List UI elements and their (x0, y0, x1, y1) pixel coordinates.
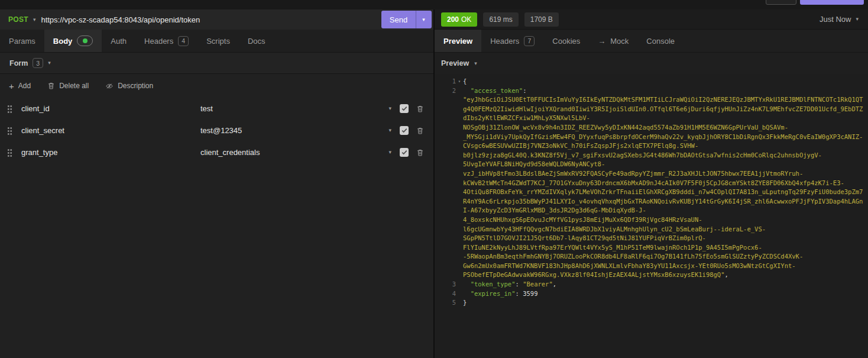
tab-label: Scripts (206, 37, 230, 46)
tab-label: Preview (443, 37, 472, 46)
method-selector[interactable]: POST (8, 15, 28, 24)
body-type-label[interactable]: Form (9, 59, 28, 67)
body-type-count-badge: 3 (33, 58, 43, 68)
row-enabled-checkbox[interactable] (400, 148, 409, 157)
form-row: client_idtest▾ (0, 98, 433, 120)
tab-label: Docs (248, 37, 265, 46)
tab-body[interactable]: Body (44, 30, 102, 52)
tab-console[interactable]: Console (637, 30, 684, 52)
code-line: 1▾{ (435, 77, 868, 86)
row-enabled-checkbox[interactable] (400, 104, 409, 113)
param-key-field[interactable]: grant_type (21, 148, 200, 157)
request-tabbar: ParamsBodyAuthHeaders4ScriptsDocs (0, 30, 433, 53)
tab-docs[interactable]: Docs (239, 30, 274, 52)
response-size-badge: 1709 B (524, 12, 559, 27)
url-bar: POST ▾ https://vpc-sz-scadap54:8043/api/… (0, 9, 433, 30)
trash-icon (47, 82, 55, 90)
row-delete-button[interactable] (416, 105, 424, 113)
response-editor[interactable]: 1▾{2 "access_token": "eyJhbGciOiJSU0EtT0… (435, 74, 868, 358)
description-toggle-button[interactable]: Description (105, 82, 153, 90)
code-line: 2 "access_token": "eyJhbGciOiJSU0EtT0FFU… (435, 86, 868, 280)
param-value-field[interactable]: test (200, 104, 388, 113)
main-area: POST ▾ https://vpc-sz-scadap54:8043/api/… (0, 9, 868, 358)
tab-count-badge: 7 (524, 36, 535, 46)
code-content: "token_type": "Bearer", (463, 280, 868, 289)
tab-label: Auth (111, 37, 127, 46)
tab-cookies[interactable]: Cookies (543, 30, 589, 52)
param-value-field[interactable]: client_credentials (200, 148, 388, 157)
drag-handle-icon[interactable] (7, 149, 12, 157)
row-enabled-checkbox[interactable] (400, 126, 409, 135)
line-number-gutter: 4 (435, 289, 463, 299)
line-number-gutter: 2 (435, 86, 463, 280)
form-rows: client_idtest▾client_secrettest@12345▾gr… (0, 98, 433, 358)
tab-label: Console (646, 37, 675, 46)
body-type-bar: Form 3 ▾ (0, 53, 433, 74)
request-panel: POST ▾ https://vpc-sz-scadap54:8043/api/… (0, 9, 435, 358)
tab-label: Headers (144, 37, 173, 46)
param-key-field[interactable]: client_secret (21, 126, 200, 135)
tab-scripts[interactable]: Scripts (197, 30, 239, 52)
code-content: { (463, 77, 868, 86)
tab-headers[interactable]: Headers4 (135, 30, 197, 52)
tab-label: Mock (610, 37, 629, 46)
tab-label: Params (9, 37, 35, 46)
drag-handle-icon[interactable] (7, 127, 12, 135)
param-value-field[interactable]: test@12345 (200, 126, 388, 135)
send-button[interactable]: Send ▾ (381, 11, 432, 28)
delete-all-label: Delete all (59, 82, 89, 90)
top-strip (0, 0, 868, 9)
response-time-badge: 619 ms (483, 12, 518, 27)
tab-headers[interactable]: Headers7 (481, 30, 543, 52)
top-primary-button[interactable] (800, 0, 864, 5)
add-row-button[interactable]: + Add (9, 82, 31, 91)
history-caret-icon: ▾ (856, 17, 859, 22)
value-type-caret-icon[interactable]: ▾ (388, 150, 391, 155)
method-caret-icon[interactable]: ▾ (33, 17, 36, 22)
view-mode-label[interactable]: Preview (441, 59, 469, 67)
status-badge: 200 OK (441, 12, 477, 27)
add-row-label: Add (18, 82, 31, 90)
line-number: 4 (452, 289, 456, 299)
delete-all-button[interactable]: Delete all (47, 82, 89, 90)
param-key-field[interactable]: client_id (21, 104, 200, 113)
value-type-caret-icon[interactable]: ▾ (388, 106, 391, 111)
value-type-caret-icon[interactable]: ▾ (388, 128, 391, 133)
form-row: client_secrettest@12345▾ (0, 120, 433, 141)
tab-params[interactable]: Params (0, 30, 44, 52)
status-code: 200 (447, 15, 459, 24)
line-number: 2 (452, 86, 456, 96)
line-number-gutter: 3 (435, 280, 463, 289)
row-delete-button[interactable] (416, 149, 424, 157)
fold-caret-icon[interactable]: ▾ (456, 77, 463, 86)
form-row: grant_typeclient_credentials▾ (0, 141, 433, 163)
row-delete-button[interactable] (416, 127, 424, 135)
body-active-indicator (77, 36, 93, 46)
url-input[interactable]: https://vpc-sz-scadap54:8043/api/openid/… (41, 15, 381, 24)
history-dropdown[interactable]: Just Now ▾ (820, 15, 859, 24)
tab-count-badge: 4 (178, 36, 189, 46)
green-dot-icon (83, 38, 88, 43)
history-label: Just Now (820, 15, 851, 24)
send-dropdown-button[interactable]: ▾ (416, 11, 432, 28)
api-client-window: POST ▾ https://vpc-sz-scadap54:8043/api/… (0, 0, 868, 358)
code-content: } (463, 298, 868, 308)
tab-auth[interactable]: Auth (102, 30, 135, 52)
view-mode-caret-icon[interactable]: ▾ (474, 61, 477, 66)
response-meta-bar: 200 OK 619 ms 1709 B Just Now ▾ (435, 9, 868, 30)
send-caret-icon: ▾ (422, 17, 425, 22)
tab-preview[interactable]: Preview (435, 30, 481, 52)
line-number-gutter: 1▾ (435, 77, 463, 86)
arrow-right-icon: → (598, 37, 605, 46)
body-type-caret-icon[interactable]: ▾ (48, 60, 51, 66)
line-number: 5 (452, 298, 456, 308)
code-line: 5} (435, 298, 868, 308)
tab-label: Cookies (552, 37, 580, 46)
send-button-label[interactable]: Send (381, 11, 416, 28)
tab-mock[interactable]: →Mock (589, 30, 637, 52)
code-line: 3 "token_type": "Bearer", (435, 280, 868, 289)
drag-handle-icon[interactable] (7, 105, 12, 113)
top-secondary-button[interactable] (766, 0, 796, 5)
plus-icon: + (9, 82, 14, 91)
status-text: OK (461, 15, 471, 24)
